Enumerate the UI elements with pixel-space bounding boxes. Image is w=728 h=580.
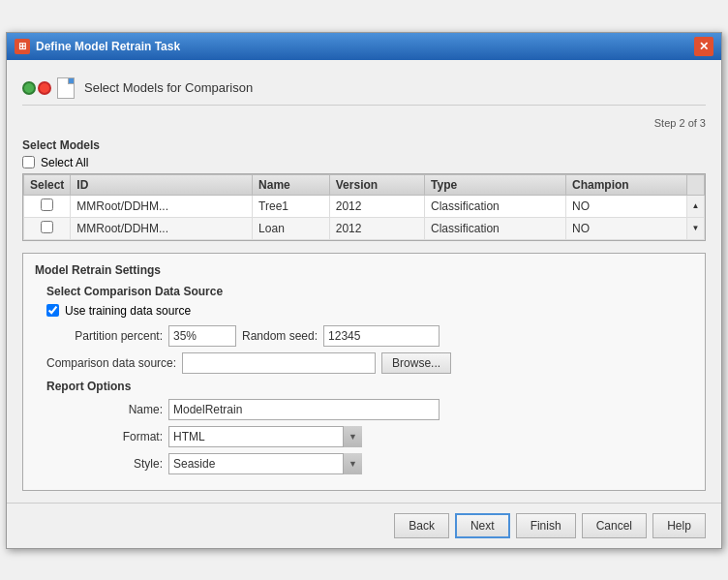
settings-section: Model Retrain Settings Select Comparison… (22, 253, 706, 491)
cancel-button[interactable]: Cancel (582, 513, 647, 538)
footer: Back Next Finish Cancel Help (7, 503, 721, 548)
title-bar-left: ⊞ Define Model Retrain Task (15, 39, 180, 54)
row1-select[interactable] (24, 195, 71, 217)
row2-type: Classification (425, 217, 566, 239)
select-all-label: Select All (41, 156, 88, 169)
seed-group: Random seed: (242, 325, 440, 347)
select-all-checkbox[interactable] (22, 156, 35, 168)
row2-name: Loan (253, 217, 330, 239)
select-models-section: Select Models Select All Select ID Name … (22, 138, 706, 241)
col-version: Version (329, 174, 424, 195)
comparison-source-section: Select Comparison Data Source Use traini… (46, 285, 693, 374)
col-type: Type (425, 174, 566, 195)
settings-label: Model Retrain Settings (35, 263, 693, 277)
next-button[interactable]: Next (455, 513, 510, 538)
step-info: Step 2 of 3 (22, 117, 706, 129)
report-format-label: Format: (46, 430, 163, 443)
format-dropdown-wrapper: HTML PDF Word ▼ (168, 426, 362, 447)
partition-label: Partition percent: (46, 329, 163, 343)
report-name-label: Name: (46, 403, 163, 416)
report-name-input[interactable] (168, 399, 440, 420)
row1-champion: NO (565, 195, 686, 217)
comparison-data-input[interactable] (182, 352, 376, 374)
style-dropdown-wrapper: Seaside Corporate Classic ▼ (168, 453, 362, 474)
back-button[interactable]: Back (394, 513, 449, 538)
comparison-source-title: Select Comparison Data Source (46, 285, 693, 298)
partition-input[interactable] (168, 325, 236, 347)
close-button[interactable]: ✕ (694, 37, 713, 56)
row2-version: 2012 (329, 217, 424, 239)
use-training-label: Use training data source (65, 304, 191, 318)
header-section: Select Models for Comparison (22, 72, 706, 106)
report-options-section: Report Options Name: Format: HTML PDF Wo… (46, 380, 693, 474)
report-style-row: Style: Seaside Corporate Classic ▼ (46, 453, 693, 474)
row1-name: Tree1 (253, 195, 330, 217)
document-icon (57, 77, 75, 99)
format-dropdown[interactable]: HTML PDF Word (168, 426, 362, 447)
use-training-checkbox[interactable] (46, 304, 59, 317)
row1-id: MMRoot/DDHM... (71, 195, 253, 217)
help-button[interactable]: Help (652, 513, 706, 538)
table-row: MMRoot/DDHM... Loan 2012 Classification … (24, 217, 705, 239)
scroll-up-arrow[interactable]: ▲ (687, 195, 705, 217)
report-format-row: Format: HTML PDF Word ▼ (46, 426, 693, 447)
row1-checkbox[interactable] (41, 198, 53, 211)
table-header-row: Select ID Name Version Type Champion (24, 174, 705, 195)
report-name-row: Name: (46, 399, 693, 420)
random-seed-input[interactable] (323, 325, 440, 347)
header-icon (22, 77, 75, 99)
finish-button[interactable]: Finish (516, 513, 576, 538)
scroll-down-arrow[interactable]: ▼ (687, 217, 705, 239)
row2-select[interactable] (24, 217, 71, 239)
col-champion: Champion (565, 174, 686, 195)
row1-type: Classification (425, 195, 566, 217)
random-seed-label: Random seed: (242, 329, 318, 343)
window-icon: ⊞ (15, 39, 30, 54)
models-table-container: Select ID Name Version Type Champion M (22, 173, 706, 241)
col-select: Select (24, 174, 71, 195)
table-row: MMRoot/DDHM... Tree1 2012 Classification… (24, 195, 705, 217)
models-table: Select ID Name Version Type Champion M (23, 174, 705, 240)
browse-button[interactable]: Browse... (381, 352, 451, 374)
comparison-data-row: Comparison data source: Browse... (46, 352, 693, 374)
partition-row: Partition percent: Random seed: (46, 325, 693, 347)
style-dropdown[interactable]: Seaside Corporate Classic (168, 453, 362, 474)
models-section-label: Select Models (22, 138, 706, 152)
window-body: Select Models for Comparison Step 2 of 3… (7, 60, 721, 503)
scrollbar-header (687, 174, 705, 195)
header-text: Select Models for Comparison (84, 80, 253, 95)
row2-id: MMRoot/DDHM... (71, 217, 253, 239)
title-bar: ⊞ Define Model Retrain Task ✕ (7, 33, 721, 60)
select-all-row: Select All (22, 156, 706, 169)
comparison-data-label: Comparison data source: (46, 356, 176, 370)
col-id: ID (71, 174, 253, 195)
row2-champion: NO (565, 217, 686, 239)
main-window: ⊞ Define Model Retrain Task ✕ Select Mod… (6, 32, 722, 549)
window-title: Define Model Retrain Task (36, 40, 180, 53)
row1-version: 2012 (329, 195, 424, 217)
green-circle-icon (22, 81, 36, 95)
report-options-title: Report Options (46, 380, 693, 393)
col-name: Name (253, 174, 330, 195)
row2-checkbox[interactable] (41, 221, 53, 233)
use-training-row: Use training data source (46, 304, 693, 318)
red-circle-icon (38, 81, 51, 95)
report-style-label: Style: (46, 457, 163, 471)
